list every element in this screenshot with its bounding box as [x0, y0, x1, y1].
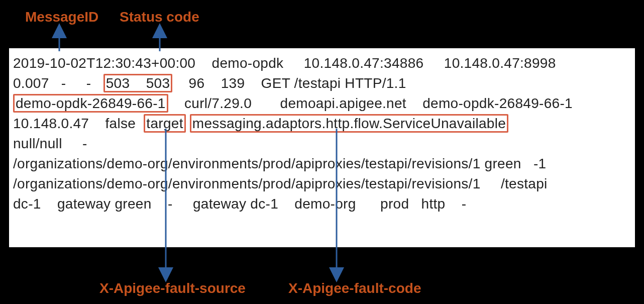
log-line-6: /organizations/demo-org/environments/pro…	[13, 156, 546, 171]
log-line-1: 2019-10-02T12:30:43+00:00 demo-opdk 10.1…	[13, 55, 556, 71]
log-output: 2019-10-02T12:30:43+00:00 demo-opdk 10.1…	[9, 48, 635, 247]
highlight-message-id: demo-opdk-26849-66-1	[13, 94, 168, 113]
label-status-code: Status code	[120, 9, 199, 25]
log-line-8: dc-1 gateway green - gateway dc-1 demo-o…	[13, 196, 466, 212]
log-line-4a: 10.148.0.47 false	[13, 116, 144, 131]
highlight-fault-source: target	[144, 114, 185, 133]
diagram-canvas: MessageID Status code 2019-10-02T12:30:4…	[0, 0, 644, 304]
log-line-2b: 96 139 GET /testapi HTTP/1.1	[172, 75, 406, 91]
label-fault-source: X-Apigee-fault-source	[99, 280, 246, 296]
log-line-7: /organizations/demo-org/environments/pro…	[13, 176, 548, 191]
label-fault-code: X-Apigee-fault-code	[288, 280, 421, 296]
log-line-5: null/null -	[13, 136, 87, 151]
log-line-4gap	[186, 116, 190, 131]
log-line-2a: 0.007 - -	[13, 75, 103, 91]
log-line-3b: curl/7.29.0 demoapi.apigee.net demo-opdk…	[168, 95, 573, 111]
label-message-id: MessageID	[25, 9, 98, 25]
highlight-fault-code: messaging.adaptors.http.flow.ServiceUnav…	[190, 114, 508, 133]
highlight-status-codes: 503 503	[103, 74, 173, 92]
